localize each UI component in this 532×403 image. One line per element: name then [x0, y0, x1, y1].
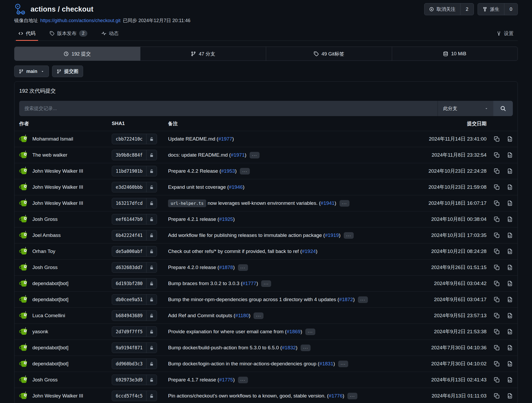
pr-link[interactable]: #1777 [242, 281, 256, 286]
commit-message-text[interactable]: Prepare 4.2.1 release ( [168, 216, 219, 222]
browse-source-icon-button[interactable] [507, 248, 513, 254]
expand-commit-message-button[interactable]: ··· [301, 345, 311, 351]
browse-source-icon-button[interactable] [507, 232, 513, 238]
commit-sha-badge[interactable]: e3d2460bbb [112, 182, 157, 192]
commit-sha-badge[interactable]: 6ccd57f4c5 [112, 391, 157, 401]
browse-source-icon-button[interactable] [507, 152, 513, 158]
pr-link[interactable]: #1925 [219, 216, 233, 222]
commit-message-text[interactable]: docs: update README.md ( [168, 152, 231, 158]
commit-author[interactable]: Josh Gross [19, 215, 112, 224]
commit-sha-badge[interactable]: eef61447b9 [112, 214, 157, 225]
commit-sha-badge[interactable]: cbb722410c [112, 134, 157, 144]
browse-source-icon-button[interactable] [507, 377, 513, 383]
pr-link[interactable]: #1832 [282, 345, 296, 351]
pr-link[interactable]: #1869 [287, 329, 301, 335]
pr-link[interactable]: #1953 [221, 168, 235, 174]
pr-link[interactable]: #1946 [229, 184, 243, 190]
copy-sha-button[interactable] [494, 184, 500, 190]
commit-sha-badge[interactable]: db0cee9a51 [112, 294, 157, 305]
copy-sha-button[interactable] [494, 152, 500, 158]
commit-message-text[interactable]: Update README.md ( [168, 136, 218, 142]
browse-source-icon-button[interactable] [507, 361, 513, 367]
copy-sha-button[interactable] [494, 329, 500, 335]
expand-commit-message-button[interactable]: ··· [254, 312, 264, 319]
commit-author[interactable]: dependabot[bot] [19, 359, 112, 368]
commit-message-text[interactable]: Bump braces from 3.0.2 to 3.0.3 ( [168, 281, 242, 286]
commit-message-text[interactable]: Add workflow file for publishing release… [168, 232, 325, 238]
pr-link[interactable]: #1919 [325, 232, 339, 238]
expand-commit-message-button[interactable]: ··· [238, 377, 248, 383]
commit-author[interactable]: dependabot[bot] [19, 295, 112, 304]
fork-count[interactable]: 0 [504, 3, 518, 15]
branch-filter-select[interactable]: 此分支 [438, 101, 493, 116]
browse-source-icon-button[interactable] [507, 393, 513, 399]
commit-message-text[interactable]: Bump docker/login-action in the minor-ac… [168, 361, 320, 367]
browse-source-icon-button[interactable] [507, 329, 513, 335]
watch-count[interactable]: 2 [460, 3, 474, 15]
copy-sha-button[interactable] [494, 313, 500, 319]
copy-sha-button[interactable] [494, 200, 500, 206]
expand-commit-message-button[interactable]: ··· [305, 329, 315, 335]
copy-sha-button[interactable] [494, 345, 500, 351]
browse-source-icon-button[interactable] [507, 281, 513, 286]
tab-code[interactable]: 代码 [16, 27, 38, 41]
pr-link[interactable]: #1872 [339, 297, 353, 302]
expand-commit-message-button[interactable]: ··· [238, 264, 248, 271]
commit-author[interactable]: Orhan Toy [19, 247, 112, 256]
commit-message-text[interactable]: now leverages well-known environment var… [206, 200, 321, 206]
commit-sha-badge[interactable]: 692973e3d9 [112, 375, 157, 385]
expand-commit-message-button[interactable]: ··· [347, 393, 357, 399]
stat-branches[interactable]: 47 分支 [140, 47, 266, 61]
search-input[interactable] [19, 101, 438, 116]
copy-sha-button[interactable] [494, 216, 500, 222]
commit-author[interactable]: Joel Ambass [19, 231, 112, 240]
commit-sha-badge[interactable]: de5a000abf [112, 246, 157, 257]
tab-settings[interactable]: 设置 [494, 27, 516, 41]
commit-message-text[interactable]: Pin actions/checkout's own workflows to … [168, 393, 329, 399]
commit-author[interactable]: Luca Comellini [19, 311, 112, 320]
tab-activity[interactable]: 动态 [99, 27, 121, 41]
mirror-url-link[interactable]: https://github.com/actions/checkout.git [40, 18, 120, 23]
copy-sha-button[interactable] [494, 297, 500, 302]
commit-sha-badge[interactable]: 163217dfcd [112, 198, 157, 208]
copy-sha-button[interactable] [494, 281, 500, 286]
commit-sha-badge[interactable]: 3b9b8c884f [112, 150, 157, 160]
copy-sha-button[interactable] [494, 265, 500, 270]
browse-source-icon-button[interactable] [507, 216, 513, 222]
pr-link[interactable]: #1831 [320, 361, 333, 367]
commit-message-text[interactable]: Bump the minor-npm-dependencies group ac… [168, 297, 339, 302]
commit-message-text[interactable]: Bump docker/build-push-action from 5.3.0… [168, 345, 282, 351]
copy-sha-button[interactable] [494, 393, 500, 399]
browse-source-icon-button[interactable] [507, 313, 513, 319]
stat-size[interactable]: 10 MiB [392, 47, 518, 61]
commit-sha-badge[interactable]: 2d7d9f7ff5 [112, 326, 157, 337]
expand-commit-message-button[interactable]: ··· [250, 152, 260, 158]
commit-message-text[interactable]: Prepare 4.2.0 release ( [168, 265, 219, 270]
pr-link[interactable]: #1924 [302, 248, 316, 254]
expand-commit-message-button[interactable]: ··· [340, 200, 349, 207]
search-button[interactable] [493, 101, 513, 116]
commit-author[interactable]: dependabot[bot] [19, 343, 112, 352]
pr-link[interactable]: #1941 [321, 200, 335, 206]
commit-message-text[interactable]: Expand unit test coverage ( [168, 184, 229, 190]
commit-message-text[interactable]: Provide explanation for where user email… [168, 329, 287, 335]
browse-source-icon-button[interactable] [507, 200, 513, 206]
stat-tags[interactable]: 49 Git标签 [266, 47, 392, 61]
browse-source-icon-button[interactable] [507, 184, 513, 190]
expand-commit-message-button[interactable]: ··· [240, 168, 250, 175]
commit-message-text[interactable]: Check out other refs/* by commit if prov… [168, 248, 302, 254]
browse-source-icon-button[interactable] [507, 136, 513, 142]
copy-sha-button[interactable] [494, 248, 500, 254]
browse-source-icon-button[interactable] [507, 297, 513, 302]
pr-link[interactable]: #1878 [219, 265, 233, 270]
expand-commit-message-button[interactable]: ··· [358, 296, 368, 303]
commit-author[interactable]: John Wesley Walker III [19, 183, 112, 192]
copy-sha-button[interactable] [494, 361, 500, 367]
fork-button[interactable]: 派生 0 [478, 3, 518, 15]
unwatch-button[interactable]: 取消关注 2 [424, 3, 474, 15]
commit-author[interactable]: Josh Gross [19, 263, 112, 272]
pr-link[interactable]: #1775 [219, 377, 233, 383]
commit-graph-button[interactable]: 提交图 [52, 66, 83, 77]
commit-author[interactable]: John Wesley Walker III [19, 391, 112, 400]
commit-sha-badge[interactable]: b684943689 [112, 310, 157, 321]
